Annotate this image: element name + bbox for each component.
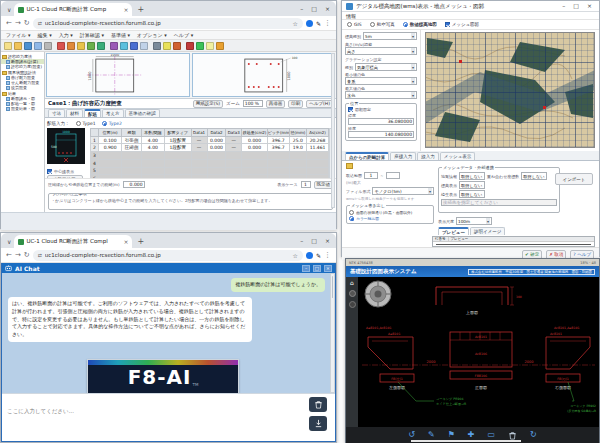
open-file-icon[interactable]: [14, 42, 22, 50]
tab-rebar[interactable]: 配筋: [84, 109, 101, 117]
tab-mesh-display[interactable]: メッシュ表示: [440, 152, 475, 160]
rebar-diagram-panel[interactable]: 1000 100: [192, 53, 336, 97]
rebar-table[interactable]: 位置(m)種類本数/間隔配置タイプData1Data2Data3鉄筋量(cm2)…: [90, 128, 329, 178]
zoom-value-field[interactable]: 100 %: [243, 100, 263, 107]
camera-icon[interactable]: [349, 290, 356, 297]
list-scrollbar[interactable]: [436, 244, 591, 245]
tab-close-icon[interactable]: ×: [123, 238, 128, 245]
folder-icon[interactable]: [346, 163, 353, 169]
cut-icon[interactable]: [57, 42, 65, 50]
menu-help[interactable]: ヘルプ ▾: [174, 32, 193, 38]
print-icon[interactable]: [34, 42, 42, 50]
help-button[interactable]: ヘルプ(H): [306, 100, 333, 108]
clear-chat-button[interactable]: [309, 397, 327, 412]
chat-close-button[interactable]: ×: [324, 265, 332, 272]
maximize-button[interactable]: □: [311, 238, 317, 244]
note-icon[interactable]: [206, 42, 214, 50]
elevation-select[interactable]: 取得しない▾: [459, 181, 485, 189]
redo-icon[interactable]: ↻: [530, 431, 537, 439]
maximize-button[interactable]: □: [573, 3, 579, 9]
browser-tab[interactable]: UC-1 Cloud RC断面計算 Compl ×: [14, 235, 132, 248]
reload-icon[interactable]: ↻: [24, 19, 30, 27]
close-button[interactable]: ×: [325, 6, 330, 12]
browser-tab[interactable]: UC-1 Cloud RC断面計算 Comp ×: [14, 3, 132, 16]
forward-icon[interactable]: →: [15, 19, 21, 27]
frame-icon[interactable]: ▭: [488, 431, 496, 439]
section-diagram-panel[interactable]: 1000 1000: [46, 53, 190, 97]
mesh-checkbox[interactable]: メッシュ図郭: [445, 22, 479, 27]
move-icon[interactable]: ✚: [468, 431, 475, 439]
forward-icon[interactable]: →: [15, 251, 21, 259]
chat-maximize-button[interactable]: □: [313, 265, 321, 272]
tree-item[interactable]: 許容応力度(照査): [1, 64, 44, 69]
tab-preview[interactable]: プレビュー: [438, 227, 469, 235]
section-icon[interactable]: [110, 42, 118, 50]
menu-criteria[interactable]: 基準値 ▾: [111, 32, 130, 38]
geology-select[interactable]: 取得しない▾: [459, 172, 485, 180]
display-scale-select[interactable]: 100m▾: [456, 217, 492, 225]
import-button[interactable]: インポート: [555, 173, 593, 185]
pen-extension-icon[interactable]: ✎: [316, 252, 321, 259]
minimize-button[interactable]: –: [562, 3, 565, 9]
toolbar-scroll-indicator[interactable]: [411, 440, 521, 442]
redraw-button[interactable]: 再描画: [266, 100, 286, 108]
url-field[interactable]: ⇄ uc1cloud-complete-rcsection.forum8.co.…: [33, 18, 303, 29]
minimize-button[interactable]: –: [300, 238, 303, 244]
preview-icon[interactable]: [44, 42, 52, 50]
send-button[interactable]: [309, 416, 327, 431]
flag-icon[interactable]: ⚑: [448, 431, 455, 439]
paste-icon[interactable]: [77, 42, 85, 50]
preview-list[interactable]: 行番号 プレビュー: [432, 236, 595, 247]
max-color-select[interactable]: 水色▾: [345, 91, 417, 99]
chat-minimize-button[interactable]: –: [302, 265, 310, 272]
terrain-map[interactable]: [425, 32, 595, 148]
new-file-icon[interactable]: [4, 42, 12, 50]
save-icon[interactable]: [24, 42, 32, 50]
refresh-icon[interactable]: [196, 42, 204, 50]
help-icon[interactable]: [216, 42, 224, 50]
pen-extension-icon[interactable]: ✎: [316, 20, 321, 27]
tab-line-input[interactable]: 線入力: [417, 152, 439, 160]
trash-icon[interactable]: [508, 431, 517, 440]
case-stepper[interactable]: 1: [301, 181, 311, 188]
chat-message-area[interactable]: 複鉄筋断面の計算は可能でしょうか。 はい、複鉄筋断面の計算は可能です。ご利用のソ…: [2, 273, 335, 393]
range-from-input[interactable]: 1: [364, 172, 378, 179]
tree-item[interactable]: 疲労照査: [1, 85, 44, 90]
copy-icon[interactable]: [67, 42, 75, 50]
url-field[interactable]: ⇄ uc1cloud-complete-rcsection.forum8.co.…: [33, 250, 303, 261]
new-tab-button[interactable]: +: [137, 237, 144, 246]
tab-criteria-check[interactable]: 基準値の確認: [125, 109, 160, 117]
reload-icon[interactable]: ↻: [24, 251, 30, 259]
lat-input[interactable]: 36.080000: [348, 118, 414, 125]
pen-icon[interactable]: ✎: [428, 431, 435, 439]
menu-info[interactable]: 情報: [346, 13, 356, 19]
gis-radio[interactable]: GIS: [347, 22, 362, 27]
tree-item[interactable]: 照査結果・図: [1, 106, 44, 111]
menu-options[interactable]: オプション ▾: [137, 32, 167, 38]
type2-radio[interactable]: Type2: [102, 121, 122, 126]
grad-kind-select[interactable]: 気象庁標高▾: [355, 63, 417, 71]
tab-search-icon[interactable]: ∨: [7, 6, 11, 13]
page-scrollbar[interactable]: [331, 53, 335, 208]
close-button[interactable]: ×: [587, 3, 592, 9]
extension-badge-icon[interactable]: [306, 252, 313, 259]
distance-input[interactable]: 0.000: [123, 181, 145, 188]
print-button[interactable]: 印刷: [288, 100, 303, 108]
bookmark-star-icon[interactable]: ☆: [293, 20, 298, 27]
browser-menu-icon[interactable]: ⋮: [324, 19, 331, 27]
home-icon[interactable]: ⌂: [350, 279, 354, 286]
lon-input[interactable]: 140.080000: [348, 131, 414, 138]
layers-icon[interactable]: [349, 301, 356, 308]
extension-badge-icon[interactable]: [306, 20, 313, 27]
tab-approach[interactable]: 考え方: [102, 109, 124, 117]
vegetation-select[interactable]: 取得しない▾: [459, 190, 485, 198]
menu-calc[interactable]: 計算確認 ▾: [80, 32, 104, 38]
type1-radio[interactable]: Type1: [76, 121, 96, 126]
chat-input[interactable]: [7, 408, 277, 414]
aerial-radio[interactable]: 航空写真: [370, 22, 395, 27]
elev-kind-select[interactable]: 5m▾: [363, 32, 417, 40]
tab-close-icon[interactable]: ×: [123, 6, 128, 13]
paper-settings-button[interactable]: 用紙設定(S): [193, 100, 223, 108]
fix-frame-checkbox[interactable]: 図郭固定: [348, 107, 414, 112]
menu-file[interactable]: ファイル ▾: [6, 32, 31, 38]
